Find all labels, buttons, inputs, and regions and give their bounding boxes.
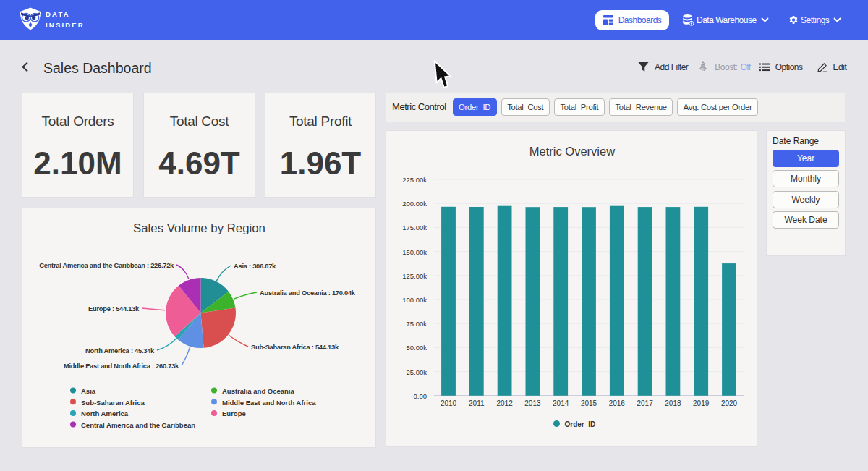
svg-text:2011: 2011 (469, 399, 485, 407)
svg-text:2019: 2019 (693, 399, 710, 407)
svg-text:75.00k: 75.00k (406, 320, 427, 328)
svg-text:Middle East and North Africa: Middle East and North Africa (222, 399, 316, 407)
svg-text:Central America and the Caribb: Central America and the Caribbean (81, 421, 195, 429)
svg-text:50.00k: 50.00k (406, 344, 427, 352)
svg-text:2010: 2010 (441, 399, 457, 407)
svg-text:2020: 2020 (721, 399, 738, 407)
svg-text:Asia: Asia (81, 387, 96, 395)
svg-text:0.00: 0.00 (414, 392, 427, 400)
svg-text:225.00k: 225.00k (402, 176, 427, 184)
svg-text:25.00k: 25.00k (406, 368, 427, 376)
svg-text:Order_ID: Order_ID (565, 420, 596, 428)
svg-text:Australia and Oceania: Australia and Oceania (222, 387, 295, 395)
svg-text:Europe: Europe (222, 410, 246, 417)
svg-text:175.00k: 175.00k (402, 224, 427, 232)
svg-text:125.00k: 125.00k (402, 272, 427, 280)
svg-text:2013: 2013 (524, 399, 541, 407)
svg-text:Central America and the Caribb: Central America and the Caribbean : 226.… (39, 262, 174, 269)
svg-text:2014: 2014 (553, 399, 569, 407)
svg-text:2012: 2012 (496, 399, 513, 407)
svg-text:North America : 45.34k: North America : 45.34k (85, 347, 155, 355)
svg-text:Sub-Saharan Africa: Sub-Saharan Africa (81, 399, 145, 407)
svg-text:2016: 2016 (609, 399, 626, 407)
svg-text:Middle East and North Africa :: Middle East and North Africa : 260.73k (64, 362, 179, 370)
svg-text:200.00k: 200.00k (402, 200, 427, 208)
svg-text:Europe : 544.13k: Europe : 544.13k (88, 305, 140, 313)
svg-text:150.00k: 150.00k (402, 248, 427, 256)
svg-text:Sales Volume by Region: Sales Volume by Region (133, 221, 265, 235)
svg-text:North America: North America (81, 410, 129, 417)
svg-text:Australia and Oceania : 170.04: Australia and Oceania : 170.04k (260, 289, 356, 297)
svg-text:2018: 2018 (665, 399, 681, 407)
svg-text:2015: 2015 (581, 399, 597, 407)
svg-text:100.00k: 100.00k (402, 296, 427, 304)
svg-text:Sub-Saharan Africa : 544.13k: Sub-Saharan Africa : 544.13k (251, 344, 339, 351)
svg-text:Metric Overview: Metric Overview (529, 145, 615, 158)
svg-text:Asia : 306.07k: Asia : 306.07k (234, 263, 276, 270)
svg-text:2017: 2017 (637, 399, 653, 407)
